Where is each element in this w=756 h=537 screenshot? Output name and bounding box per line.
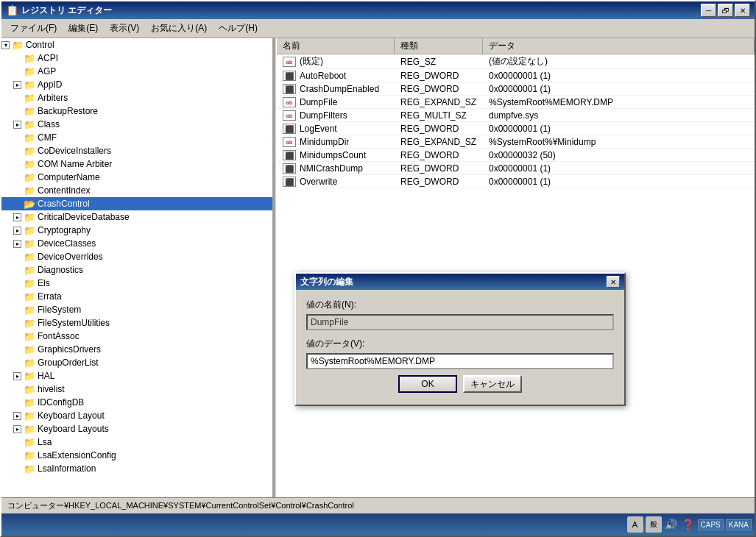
tree-node-contentindex[interactable]: 📁ContentIndex	[1, 184, 272, 197]
list-row[interactable]: ⬛CrashDumpEnabledREG_DWORD0x00000001 (1)	[277, 82, 755, 96]
close-button[interactable]: ✕	[735, 4, 750, 17]
dialog-name-input[interactable]	[306, 314, 614, 330]
list-cell-name-text: MinidumpDir	[300, 137, 349, 147]
menu-edit[interactable]: 編集(E)	[63, 21, 104, 36]
tree-expand-btn[interactable]: ▸	[13, 425, 21, 433]
tree-node-arbiters[interactable]: 📁Arbiters	[1, 91, 272, 104]
tree-node-diagnostics[interactable]: 📁Diagnostics	[1, 263, 272, 277]
tree-node-lsaextensionconfig[interactable]: 📁LsaExtensionConfig	[1, 449, 272, 462]
list-row[interactable]: ab(既定)REG_SZ(値の設定なし)	[277, 54, 755, 69]
tree-expand-spacer[interactable]	[13, 92, 24, 104]
tree-node-label: LsaInformation	[38, 463, 96, 474]
tree-node-backuprestore[interactable]: 📁BackupRestore	[1, 104, 272, 118]
menu-file[interactable]: ファイル(F)	[4, 21, 63, 36]
tree-expand-spacer[interactable]	[13, 198, 24, 210]
tree-expand-spacer[interactable]	[13, 304, 24, 316]
tree-node-cmf[interactable]: 📁CMF	[1, 131, 272, 144]
tree-node-criticaldevicedatabase[interactable]: ▸📁CriticalDeviceDatabase	[1, 210, 272, 224]
tree-node-appid[interactable]: ▸📁AppID	[1, 78, 272, 91]
minimize-button[interactable]: ─	[701, 4, 716, 17]
menu-view[interactable]: 表示(V)	[104, 21, 145, 36]
tree-expand-spacer[interactable]	[13, 436, 24, 448]
list-row[interactable]: ⬛AutoRebootREG_DWORD0x00000001 (1)	[277, 69, 755, 82]
tree-node-filesystemutilities[interactable]: 📁FileSystemUtilities	[1, 316, 272, 330]
tree-expand-spacer[interactable]	[13, 330, 24, 342]
tree-node-fontassoc[interactable]: 📁FontAssoc	[1, 330, 272, 343]
restore-button[interactable]: 🗗	[718, 4, 733, 17]
tree-expand-spacer[interactable]	[13, 132, 24, 143]
list-row[interactable]: ⬛MinidumpsCountREG_DWORD0x00000032 (50)	[277, 149, 755, 162]
tree-node-computerindex[interactable]: 📁ComputerName	[1, 171, 272, 184]
dialog-cancel-button[interactable]: キャンセル	[463, 375, 522, 393]
tree-expand-spacer[interactable]	[13, 251, 24, 263]
list-cell-data: dumpfve.sys	[483, 110, 755, 121]
status-bar: コンピューター¥HKEY_LOCAL_MACHINE¥SYSTEM¥Curren…	[1, 497, 755, 513]
tree-expand-spacer[interactable]	[13, 158, 24, 170]
dialog-close-button[interactable]: ✕	[607, 276, 620, 288]
tree-expand-btn[interactable]: ▸	[13, 372, 21, 380]
tree-node-comnamearbiter[interactable]: 📁COM Name Arbiter	[1, 157, 272, 171]
tree-expand-btn[interactable]: ▾	[1, 41, 10, 49]
tree-node-acpi[interactable]: 📁ACPI	[1, 51, 272, 65]
menu-help[interactable]: ヘルプ(H)	[213, 21, 264, 36]
tree-expand-spacer[interactable]	[13, 291, 24, 302]
dialog-data-input[interactable]	[306, 353, 614, 369]
list-row[interactable]: abDumpFiltersREG_MULTI_SZdumpfve.sys	[277, 109, 755, 122]
tree-expand-spacer[interactable]	[13, 396, 24, 408]
tree-expand-spacer[interactable]	[13, 357, 24, 369]
tree-node-els[interactable]: 📁Els	[1, 277, 272, 290]
tree-expand-spacer[interactable]	[13, 317, 24, 329]
tree-expand-btn[interactable]: ▸	[13, 240, 21, 248]
tree-node-agp[interactable]: 📁AGP	[1, 65, 272, 78]
status-text: コンピューター¥HKEY_LOCAL_MACHINE¥SYSTEM¥Curren…	[7, 500, 354, 511]
list-row[interactable]: ⬛LogEventREG_DWORD0x00000001 (1)	[277, 122, 755, 135]
taskbar-icon-a: A	[627, 516, 643, 533]
folder-icon: 📁	[24, 450, 35, 461]
tree-node-keyboardlayouts[interactable]: ▸📁Keyboard Layouts	[1, 422, 272, 435]
tree-node-hivelist[interactable]: 📁hivelist	[1, 383, 272, 396]
tree-expand-spacer[interactable]	[13, 463, 24, 474]
tree-node-crashcontrol[interactable]: 📂CrashControl	[1, 197, 272, 210]
tree-expand-spacer[interactable]	[13, 264, 24, 276]
tree-expand-spacer[interactable]	[13, 277, 24, 289]
list-row[interactable]: abDumpFileREG_EXPAND_SZ%SystemRoot%MEMOR…	[277, 96, 755, 109]
menu-favorites[interactable]: お気に入り(A)	[145, 21, 213, 36]
tree-expand-btn[interactable]: ▸	[13, 121, 21, 129]
tree-expand-spacer[interactable]	[13, 145, 24, 157]
list-row[interactable]: ⬛OverwriteREG_DWORD0x00000001 (1)	[277, 175, 755, 188]
tree-expand-spacer[interactable]	[13, 383, 24, 395]
list-row[interactable]: ⬛NMICrashDumpREG_DWORD0x00000001 (1)	[277, 162, 755, 175]
tree-node-deviceoverrides[interactable]: 📁DeviceOverrides	[1, 250, 272, 263]
tree-node-label: Keyboard Layouts	[38, 424, 109, 434]
tree-node-lsainformation[interactable]: 📁LsaInformation	[1, 462, 272, 475]
tree-expand-btn[interactable]: ▸	[13, 213, 21, 221]
tree-node-hal[interactable]: ▸📁HAL	[1, 369, 272, 383]
tree-expand-spacer[interactable]	[13, 65, 24, 77]
tree-node-control[interactable]: ▾📁Control	[1, 38, 272, 51]
tree-node-errata[interactable]: 📁Errata	[1, 290, 272, 303]
tree-node-filesystem[interactable]: 📁FileSystem	[1, 303, 272, 316]
tree-expand-btn[interactable]: ▸	[13, 412, 21, 420]
tree-node-grouporderlist[interactable]: 📁GroupOrderList	[1, 356, 272, 369]
tree-node-lsa[interactable]: 📁Lsa	[1, 435, 272, 449]
tree-node-cryptography[interactable]: ▸📁Cryptography	[1, 224, 272, 237]
tree-node-class[interactable]: ▸📁Class	[1, 118, 272, 131]
tree-expand-spacer[interactable]	[13, 449, 24, 461]
list-row[interactable]: abMinidumpDirREG_EXPAND_SZ%SystemRoot%¥M…	[277, 135, 755, 149]
dialog-ok-button[interactable]: OK	[398, 375, 457, 393]
tree-expand-btn[interactable]: ▸	[13, 227, 21, 235]
tree-expand-spacer[interactable]	[13, 185, 24, 196]
app-icon: 📋	[6, 4, 18, 16]
tree-expand-spacer[interactable]	[13, 105, 24, 117]
reg-value-icon: ⬛	[283, 124, 296, 134]
tree-node-keyboardlayout[interactable]: ▸📁Keyboard Layout	[1, 409, 272, 422]
folder-icon: 📁	[24, 331, 35, 342]
tree-expand-btn[interactable]: ▸	[13, 81, 21, 89]
tree-node-codeviceinstallers[interactable]: 📁CoDeviceInstallers	[1, 144, 272, 157]
tree-expand-spacer[interactable]	[13, 52, 24, 64]
tree-node-idconfigdb[interactable]: 📁IDConfigDB	[1, 396, 272, 409]
tree-expand-spacer[interactable]	[13, 171, 24, 183]
tree-expand-spacer[interactable]	[13, 344, 24, 355]
tree-node-deviceclasses[interactable]: ▸📁DeviceClasses	[1, 237, 272, 250]
tree-node-graphicsdrivers[interactable]: 📁GraphicsDrivers	[1, 343, 272, 356]
